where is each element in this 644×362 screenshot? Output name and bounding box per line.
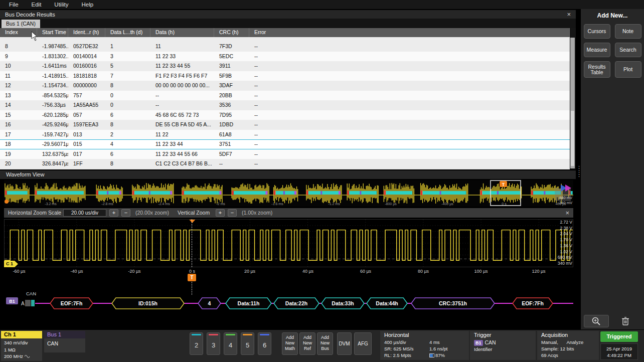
cell-dlc: 2 [105,130,150,140]
zoom-magnifier-button[interactable] [584,315,609,327]
channel-color-strip [192,334,201,335]
mouse-cursor [31,31,38,41]
afg-button[interactable]: AFG [354,332,372,355]
column-header[interactable]: Ident...r (h) [68,28,105,37]
add-new-measure-button[interactable]: Measure [584,43,610,57]
date: 25 Apr 2019 [601,345,637,352]
add-new-search-button[interactable]: Search [615,43,641,57]
table-row[interactable]: 17-159.7427µs013211 2261A8-- [0,130,570,140]
panel-header: Bus Decode Results × [0,10,576,19]
v-zoom-minus-button[interactable]: − [228,209,237,217]
column-header[interactable]: Error [249,28,570,37]
overview-channel-marker [5,200,9,204]
menu-help[interactable]: Help [81,2,93,8]
sidebar-title: Add New... [581,9,644,19]
button-line: Ref [300,346,315,351]
column-header[interactable]: CRC (h) [214,28,249,37]
add-new-cursors-button[interactable]: Cursors [584,24,610,39]
table-row[interactable]: 11-1.418915...181818187F1 F2 F3 F4 F5 F6… [0,71,570,81]
cell-id: 015 [68,139,105,149]
zoom-close-icon[interactable]: × [565,209,569,217]
channel-6-button[interactable]: 6 [258,332,271,355]
v-zoom-plus-button[interactable]: + [216,209,225,217]
channel-1-badge[interactable]: Ch 1 340 mV/div 1 MΩ 200 MHz [1,331,42,361]
delete-button[interactable] [614,315,637,327]
overview-time-label: -800 µs [385,202,397,206]
add-new-ref-button[interactable]: AddNewRef [299,332,315,355]
h-resolution: 1.6 ns/pt [429,345,447,352]
table-row[interactable]: 15-620.1285µs057645 68 6C 65 72 737D95-- [0,110,570,120]
add-buttons: AddNewMathAddNewRefAddNewBus [282,332,333,355]
bandwidth-icon [25,354,30,358]
channel-number: 5 [241,341,254,349]
waveform-overview[interactable]: -3.2 ms-2.8 ms-2.4 ms-2 ms-1.6 ms-1.2 ms… [4,180,573,207]
overview-time-label: -3.2 ms [45,202,57,206]
horizontal-zoom-scale-value[interactable]: 20.00 us/div [63,209,106,217]
time-axis-label: -60 µs [13,269,25,274]
acquisition-panel[interactable]: Acquisition Manual, Analyze Sample: 12 b… [537,331,599,360]
horizontal-panel[interactable]: Horizontal 400 µs/div SR: 625 MS/s RL: 2… [380,331,469,360]
table-row[interactable]: 10-1.6411ms00160016511 22 33 44 553911-- [0,61,570,71]
add-new-plot-button[interactable]: Plot [615,61,641,78]
table-row[interactable]: 19132.6375µs017611 22 33 44 55 665DF7-- [0,149,570,159]
table-header: IndexStart TimeIdent...r (h)Data L...th … [0,28,570,37]
cell-error: -- [249,120,570,130]
h-zoom-minus-button[interactable]: − [121,209,130,217]
channel-4-button[interactable]: 4 [224,332,237,355]
cell-id: 1597EEA3 [68,120,105,130]
cell-error: -- [249,52,570,62]
table-row[interactable]: 13-854.5325µs7570--20BB-- [0,91,570,101]
dvm-button[interactable]: DVM [337,332,352,355]
add-new-math-button[interactable]: AddNewMath [282,332,298,355]
h-zoom-plus-button[interactable]: + [109,209,118,217]
channel-buttons: 23456 [190,332,271,355]
table-row[interactable]: 12-1.154734...00000000800 00 00 00 00 00… [0,81,570,91]
bus-1-badge[interactable]: Bus 1 CAN [44,331,85,352]
channel-2-button[interactable]: 2 [190,332,203,355]
channel-5-button[interactable]: 5 [241,332,254,355]
close-icon[interactable]: × [567,11,571,18]
add-new-results-table-button[interactable]: Results Table [584,61,610,78]
trigger-panel[interactable]: Trigger B1CAN Identifier [470,331,536,360]
menu-edit[interactable]: Edit [32,2,42,8]
time-axis-label: -20 µs [128,269,140,274]
table-scrollbar[interactable] [570,38,575,168]
cell-error: -- [249,100,570,110]
table-row[interactable]: 18-29.56071µs015411 22 33 443751-- [0,139,570,149]
column-header[interactable]: Data (h) [150,28,214,37]
cell-start: -159.7427µs [37,130,68,140]
cell-dlc: 0 [105,91,150,101]
menu-file[interactable]: File [9,2,19,8]
table-row[interactable]: 16-425.9246µs1597EEA38DE 55 CB FA 5D 45 … [0,120,570,130]
cell-index: 19 [0,149,37,159]
voltage-axis-label: 2.38 V [560,226,572,231]
cell-id: 757 [68,91,105,101]
table-row[interactable]: 20326.8447µs1FF8C1 C2 C3 C4 B7 B6 B...--… [0,159,570,169]
cell-index: 10 [0,61,37,71]
tab-bus1-can[interactable]: Bus 1 (CAN) [2,20,40,28]
cell-dlc: 3 [105,52,150,62]
channel-3-button[interactable]: 3 [207,332,220,355]
zoomed-waveform-graticule[interactable] [4,219,573,267]
channel-number: 6 [258,341,271,349]
table-row[interactable]: 14-756.33µs1A55AA550--3536-- [0,100,570,110]
table-body: 8-1.987485...0527DE321117F3D--9-1.831302… [0,37,570,169]
acq-mode: Manual, [541,339,558,345]
bus-1-label: Bus 1 [44,331,85,338]
column-header[interactable]: Start Time [37,28,68,37]
panel-drag-handle[interactable]: ⋮⋮ [576,165,581,178]
cell-error: -- [249,91,570,101]
table-row[interactable]: 9-1.831302...00140014311 22 335EDC-- [0,52,570,62]
bus-packet-label: EOF:7Fh [61,300,83,306]
cell-crc: 1DBD [214,120,249,130]
menu-utility[interactable]: Utility [54,2,68,8]
scrollbar-thumb[interactable] [571,111,574,166]
table-row[interactable]: 8-1.987485...0527DE321117F3D-- [0,42,570,52]
add-new-note-button[interactable]: Note [615,24,641,39]
acq-mode-row: Manual, Analyze [541,339,599,345]
button-line: Add [282,335,297,340]
column-header[interactable]: Data L...th (d) [105,28,150,37]
trigger-marker[interactable]: T [188,274,196,281]
add-new-bus-button[interactable]: AddNewBus [317,332,333,355]
cell-id: 1A55AA55 [68,100,105,110]
